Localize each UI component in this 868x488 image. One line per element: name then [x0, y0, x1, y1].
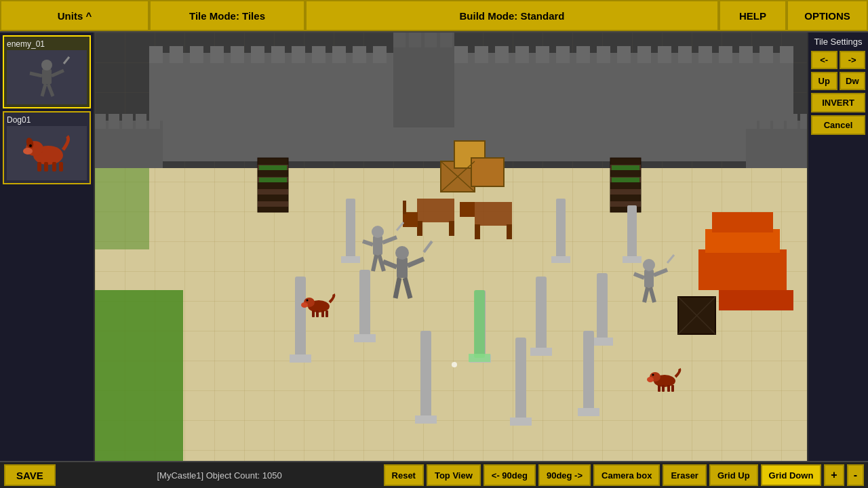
svg-rect-105 — [403, 212, 418, 227]
svg-point-10 — [23, 148, 33, 155]
tile-cancel-button[interactable]: Cancel — [811, 115, 865, 135]
svg-rect-31 — [373, 46, 387, 63]
build-mode-button[interactable]: Build Mode: Standard — [305, 0, 719, 31]
plus-button[interactable]: + — [824, 464, 844, 486]
svg-point-164 — [652, 374, 654, 376]
svg-rect-125 — [415, 415, 437, 424]
svg-rect-38 — [515, 46, 529, 63]
svg-rect-94 — [712, 212, 773, 232]
svg-rect-68 — [800, 114, 807, 129]
enemy-icon — [23, 50, 71, 104]
svg-rect-28 — [312, 46, 326, 63]
svg-rect-43 — [617, 46, 631, 63]
svg-rect-44 — [637, 46, 651, 63]
svg-rect-102 — [475, 202, 512, 226]
svg-rect-36 — [475, 46, 488, 63]
svg-rect-165 — [658, 385, 660, 392]
unit-label-enemy: enemy_01 — [7, 39, 45, 49]
grid-up-button[interactable]: Grid Up — [709, 464, 758, 486]
svg-rect-40 — [556, 46, 570, 63]
scene-svg — [95, 33, 807, 461]
svg-rect-111 — [354, 334, 376, 342]
svg-rect-64 — [746, 114, 757, 129]
grid-down-button[interactable]: Grid Down — [761, 464, 822, 486]
tile-right-button[interactable]: -> — [840, 51, 866, 69]
top-view-button[interactable]: Top View — [427, 464, 481, 486]
reset-button[interactable]: Reset — [384, 464, 424, 486]
save-button[interactable]: SAVE — [4, 464, 56, 486]
svg-rect-116 — [597, 273, 608, 341]
svg-rect-59 — [108, 114, 119, 129]
svg-rect-26 — [271, 46, 285, 63]
svg-rect-35 — [454, 46, 468, 63]
svg-rect-45 — [658, 46, 671, 63]
unit-card-dog[interactable]: Dog01 — [3, 111, 91, 184]
svg-rect-84 — [259, 178, 287, 182]
svg-rect-61 — [136, 114, 146, 129]
svg-rect-71 — [95, 290, 183, 461]
svg-rect-101 — [449, 221, 454, 236]
svg-line-5 — [48, 84, 53, 96]
svg-rect-130 — [474, 290, 485, 358]
svg-rect-49 — [739, 46, 753, 63]
svg-rect-30 — [353, 46, 366, 63]
svg-point-156 — [307, 300, 309, 302]
svg-rect-123 — [623, 256, 642, 263]
svg-rect-27 — [292, 46, 305, 63]
units-button[interactable]: Units ^ — [0, 0, 149, 31]
svg-point-169 — [452, 362, 457, 367]
svg-rect-166 — [662, 385, 665, 392]
svg-rect-13 — [44, 162, 48, 171]
unit-card-enemy[interactable]: enemy_01 — [3, 35, 91, 108]
tile-down-button[interactable]: Dw — [840, 72, 866, 90]
svg-rect-88 — [610, 189, 641, 195]
svg-rect-42 — [597, 46, 610, 63]
svg-rect-117 — [591, 338, 613, 346]
rotate-ccw-button[interactable]: <- 90deg — [484, 464, 536, 486]
svg-rect-93 — [705, 229, 780, 253]
options-button[interactable]: OPTIONS — [787, 0, 868, 31]
svg-rect-58 — [95, 114, 106, 129]
svg-rect-0 — [42, 69, 52, 84]
units-panel: enemy_01 Do — [0, 33, 95, 461]
svg-rect-99 — [417, 199, 454, 222]
minus-button[interactable]: - — [847, 464, 864, 486]
camera-box-button[interactable]: Camera box — [593, 464, 660, 486]
svg-rect-108 — [295, 277, 306, 358]
rotate-cw-button[interactable]: 90deg -> — [538, 464, 591, 486]
svg-rect-167 — [667, 385, 670, 392]
svg-rect-24 — [231, 46, 244, 63]
status-text: [MyCastle1] Object Count: 1050 — [58, 470, 381, 481]
svg-point-11 — [29, 144, 32, 147]
svg-rect-50 — [760, 46, 773, 63]
svg-rect-106 — [403, 201, 406, 214]
svg-rect-48 — [719, 46, 732, 63]
svg-rect-121 — [551, 256, 570, 263]
svg-line-4 — [42, 84, 45, 96]
tile-up-button[interactable]: Up — [811, 72, 837, 90]
tile-mode-button[interactable]: Tile Mode: Tiles — [149, 0, 305, 31]
svg-rect-82 — [258, 201, 288, 207]
svg-rect-41 — [576, 46, 590, 63]
tile-left-button[interactable]: <- — [811, 51, 837, 69]
svg-rect-91 — [612, 178, 639, 182]
svg-rect-60 — [122, 114, 133, 129]
svg-rect-168 — [671, 385, 674, 392]
svg-rect-159 — [321, 310, 324, 317]
svg-rect-107 — [460, 202, 475, 217]
viewport[interactable] — [95, 33, 807, 461]
svg-rect-124 — [420, 331, 431, 419]
tile-invert-button[interactable]: INVERT — [811, 93, 865, 113]
eraser-button[interactable]: Eraser — [663, 464, 706, 486]
svg-rect-20 — [149, 46, 163, 63]
svg-rect-37 — [495, 46, 509, 63]
svg-rect-53 — [393, 33, 406, 47]
svg-rect-23 — [210, 46, 224, 63]
svg-rect-92 — [698, 249, 787, 290]
svg-rect-131 — [469, 354, 490, 362]
svg-rect-29 — [332, 46, 346, 63]
help-button[interactable]: HELP — [719, 0, 787, 31]
svg-line-3 — [52, 70, 64, 76]
svg-rect-103 — [475, 224, 480, 239]
svg-rect-83 — [259, 165, 287, 170]
